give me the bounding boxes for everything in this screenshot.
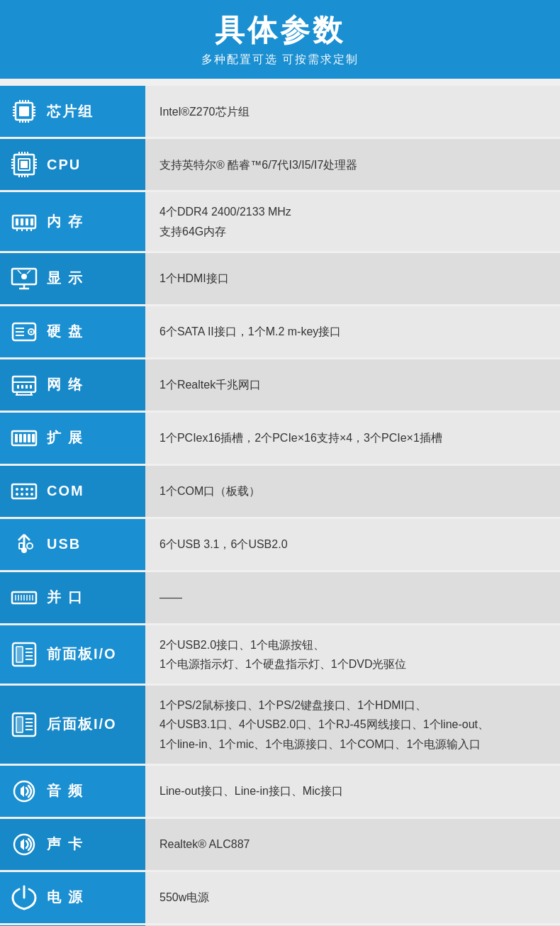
value-cell-cpu: 支持英特尔® 酷睿™6/7代I3/I5/I7处理器 [145,138,560,191]
svg-line-51 [27,270,30,274]
svg-rect-63 [30,385,32,389]
svg-rect-60 [17,385,19,389]
svg-rect-73 [12,484,36,498]
spec-row-display: 显 示1个HDMI接口 [0,252,560,305]
svg-point-81 [30,493,33,496]
spec-row-com: COM1个COM口（板载） [0,464,560,518]
usb-icon [9,529,40,560]
svg-point-78 [16,493,18,496]
expansion-icon [9,423,40,454]
label-text-expansion: 扩 展 [47,428,84,447]
network-icon [9,369,40,401]
svg-rect-71 [28,434,30,442]
label-cell-power: 电 源 [0,871,145,924]
label-text-cpu: CPU [47,157,81,173]
label-text-display: 显 示 [47,269,84,288]
value-cell-frontio: 2个USB2.0接口、1个电源按钮、1个电源指示灯、1个硬盘指示灯、1个DVD光… [145,624,560,684]
label-cell-expansion: 扩 展 [0,411,145,464]
svg-rect-72 [32,434,35,442]
spec-row-reario: 后面板I/O1个PS/2鼠标接口、1个PS/2键盘接口、1个HDMI口、4个US… [0,685,560,765]
label-cell-cpu: CPU [0,138,145,191]
label-cell-frontio: 前面板I/O [0,624,145,684]
svg-rect-39 [21,218,23,225]
page-wrapper: 具体参数 多种配置可选 可按需求定制 芯片组Intel®Z270芯片组CPU支持… [0,0,560,926]
svg-line-50 [18,270,21,274]
page-title: 具体参数 [14,13,546,48]
header: 具体参数 多种配置可选 可按需求定制 [0,0,560,79]
svg-rect-62 [26,385,28,389]
cpu-icon [9,149,40,180]
spec-row-memory: 内 存4个DDR4 2400/2133 MHz支持64G内存 [0,191,560,252]
memory-icon [9,206,40,238]
label-text-power: 电 源 [47,888,84,907]
svg-point-76 [26,488,28,491]
spec-row-power: 电 源550w电源 [0,871,560,924]
value-cell-audio: Line-out接口、Line-in接口、Mic接口 [145,764,560,818]
label-cell-soundcard: 声 卡 [0,818,145,871]
svg-rect-41 [30,218,33,225]
label-cell-parallel: 并 口 [0,571,145,624]
svg-point-49 [21,274,27,279]
label-text-memory: 内 存 [47,212,84,231]
harddisk-icon [9,316,40,347]
svg-rect-58 [13,376,35,392]
label-cell-usb: USB [0,518,145,571]
svg-point-75 [21,488,23,491]
soundcard-icon [9,829,40,860]
svg-point-77 [30,488,33,491]
spec-row-usb: USB6个USB 3.1，6个USB2.0 [0,518,560,571]
label-text-chipset: 芯片组 [47,102,94,121]
value-cell-power: 550w电源 [145,871,560,924]
display-icon [9,263,40,294]
label-text-network: 网 络 [47,375,84,394]
label-text-soundcard: 声 卡 [47,835,84,854]
label-text-frontio: 前面板I/O [47,645,117,664]
value-cell-memory: 4个DDR4 2400/2133 MHz支持64G内存 [145,191,560,252]
spec-row-audio: 音 频Line-out接口、Line-in接口、Mic接口 [0,764,560,818]
svg-point-86 [27,543,33,549]
label-cell-audio: 音 频 [0,764,145,818]
spec-row-network: 网 络1个Realtek千兆网口 [0,358,560,411]
svg-rect-20 [21,161,28,168]
svg-rect-40 [26,218,28,225]
parallel-icon [9,582,40,613]
value-cell-network: 1个Realtek千兆网口 [145,358,560,411]
svg-point-74 [16,488,18,491]
spec-row-harddisk: 硬 盘6个SATA II接口，1个M.2 m-key接口 [0,305,560,358]
value-cell-display: 1个HDMI接口 [145,252,560,305]
svg-rect-1 [19,106,29,116]
value-cell-parallel: —— [145,571,560,624]
svg-rect-38 [16,218,18,225]
com-icon [9,476,40,507]
label-text-parallel: 并 口 [47,588,84,607]
spec-row-frontio: 前面板I/O2个USB2.0接口、1个电源按钮、1个电源指示灯、1个硬盘指示灯、… [0,624,560,684]
value-cell-com: 1个COM口（板载） [145,464,560,518]
audio-icon [9,776,40,807]
label-cell-network: 网 络 [0,358,145,411]
spec-row-soundcard: 声 卡Realtek® ALC887 [0,818,560,871]
spec-row-cpu: CPU支持英特尔® 酷睿™6/7代I3/I5/I7处理器 [0,138,560,191]
power-icon [9,882,40,913]
value-cell-soundcard: Realtek® ALC887 [145,818,560,871]
value-cell-expansion: 1个PCIex16插槽，2个PCIe×16支持×4，3个PCIe×1插槽 [145,411,560,464]
value-cell-harddisk: 6个SATA II接口，1个M.2 m-key接口 [145,305,560,358]
spec-row-chipset: 芯片组Intel®Z270芯片组 [0,86,560,138]
svg-rect-70 [23,434,26,442]
label-cell-harddisk: 硬 盘 [0,305,145,358]
label-text-reario: 后面板I/O [47,715,117,734]
label-text-usb: USB [47,536,81,552]
svg-point-54 [30,330,33,333]
page-subtitle: 多种配置可选 可按需求定制 [14,52,546,67]
spec-row-parallel: 并 口—— [0,571,560,624]
label-text-harddisk: 硬 盘 [47,322,84,341]
value-cell-reario: 1个PS/2鼠标接口、1个PS/2键盘接口、1个HDMI口、4个USB3.1口、… [145,685,560,765]
label-cell-com: COM [0,464,145,518]
label-cell-display: 显 示 [0,252,145,305]
spec-row-expansion: 扩 展1个PCIex16插槽，2个PCIe×16支持×4，3个PCIe×1插槽 [0,411,560,464]
svg-rect-68 [15,434,18,442]
label-cell-memory: 内 存 [0,191,145,252]
reario-icon [9,709,40,740]
chipset-icon [9,96,40,127]
value-cell-chipset: Intel®Z270芯片组 [145,86,560,138]
spec-table: 芯片组Intel®Z270芯片组CPU支持英特尔® 酷睿™6/7代I3/I5/I… [0,86,560,926]
